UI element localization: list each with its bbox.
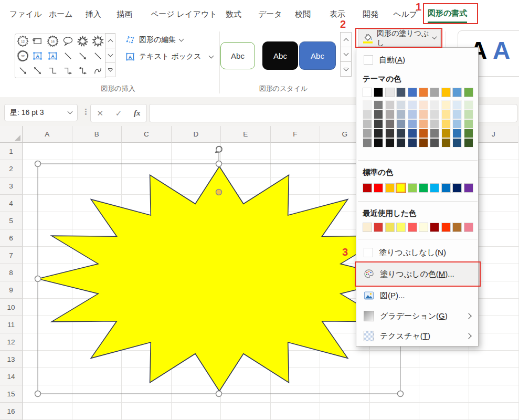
color-swatch[interactable] — [374, 183, 383, 193]
row-header-10[interactable]: 10 — [0, 299, 23, 316]
color-swatch[interactable] — [385, 183, 395, 193]
gallery-scroll-up-button[interactable] — [105, 33, 115, 48]
menu-item-automatic[interactable]: 自動(A) — [356, 51, 478, 69]
color-swatch[interactable] — [396, 88, 406, 97]
color-swatch[interactable] — [441, 183, 451, 193]
color-swatch[interactable] — [441, 223, 451, 232]
text-box-button[interactable]: A テキスト ボックス — [125, 51, 213, 62]
color-swatch[interactable] — [385, 110, 395, 119]
color-swatch[interactable] — [385, 138, 395, 148]
color-swatch[interactable] — [385, 119, 395, 129]
color-swatch[interactable] — [430, 100, 439, 110]
row-header-16[interactable]: 16 — [0, 403, 23, 420]
color-swatch[interactable] — [464, 223, 473, 232]
name-box[interactable]: 星: 16 pt 3 — [4, 104, 78, 121]
color-swatch[interactable] — [419, 129, 428, 138]
gallery-shape-explosion[interactable] — [76, 34, 91, 49]
row-header-11[interactable]: 11 — [0, 316, 23, 333]
color-swatch[interactable] — [374, 119, 383, 129]
color-swatch[interactable] — [452, 110, 462, 119]
gallery-shape-star-10-point[interactable] — [90, 34, 105, 49]
color-swatch[interactable] — [374, 138, 383, 148]
tab-shape-format[interactable]: 図形の書式 — [428, 5, 467, 23]
color-swatch[interactable] — [419, 119, 428, 129]
gallery-shape-curved-connector[interactable] — [90, 63, 105, 78]
color-swatch[interactable] — [396, 100, 406, 110]
color-swatch[interactable] — [441, 100, 451, 110]
color-swatch[interactable] — [419, 110, 428, 119]
color-swatch[interactable] — [363, 183, 372, 193]
color-swatch[interactable] — [408, 119, 417, 129]
menu-item-no-fill[interactable]: 塗りつぶしなし(N) — [356, 242, 478, 263]
gallery-shape-line-arrow[interactable] — [76, 49, 91, 64]
color-swatch[interactable] — [374, 88, 383, 97]
column-header-E[interactable]: E — [221, 126, 271, 143]
row-header-4[interactable]: 4 — [0, 195, 23, 212]
color-swatch[interactable] — [452, 138, 462, 148]
cancel-button[interactable]: ✕ — [97, 109, 103, 118]
tab-0[interactable]: ファイル — [9, 5, 41, 23]
color-swatch[interactable] — [441, 129, 451, 138]
color-swatch[interactable] — [464, 100, 473, 110]
color-swatch[interactable] — [430, 138, 439, 148]
color-swatch[interactable] — [374, 129, 383, 138]
color-swatch[interactable] — [430, 119, 439, 129]
color-swatch[interactable] — [430, 129, 439, 138]
color-swatch[interactable] — [452, 129, 462, 138]
gallery-shape-text-box[interactable]: A — [30, 49, 46, 64]
shape-fill-button[interactable]: 図形の塗りつぶし — [358, 29, 441, 47]
row-header-6[interactable]: 6 — [0, 229, 23, 247]
gallery-shape-line[interactable] — [60, 49, 76, 64]
formula-bar-drag-handle[interactable]: ⋮ — [82, 107, 90, 117]
color-swatch[interactable] — [452, 88, 462, 97]
column-header-A[interactable]: A — [23, 126, 72, 143]
gallery-shape-arrow[interactable] — [15, 63, 30, 78]
color-swatch[interactable] — [419, 100, 428, 110]
color-swatch[interactable] — [419, 183, 428, 193]
enter-button[interactable]: ✓ — [115, 109, 122, 118]
color-swatch[interactable] — [452, 223, 462, 232]
column-header-B[interactable]: B — [72, 126, 122, 143]
gallery-shape-horizontal-scroll[interactable] — [30, 34, 46, 49]
gallery-shape-star-32-point[interactable]: 32 — [15, 49, 30, 64]
select-all-corner[interactable] — [0, 126, 23, 143]
gallery-scroll-down-button[interactable] — [105, 48, 115, 63]
color-swatch[interactable] — [396, 223, 406, 232]
shape-style-preset-3[interactable]: Abc — [299, 41, 336, 70]
row-header-2[interactable]: 2 — [0, 160, 23, 177]
style-more-button[interactable] — [340, 61, 352, 77]
row-header-8[interactable]: 8 — [0, 264, 23, 281]
shape-style-preset-2[interactable]: Abc — [262, 41, 298, 70]
row-header-12[interactable]: 12 — [0, 333, 23, 351]
tab-6[interactable]: データ — [258, 5, 282, 23]
tab-9[interactable]: 開発 — [363, 5, 378, 23]
color-swatch[interactable] — [430, 88, 439, 97]
color-swatch[interactable] — [363, 100, 372, 110]
color-swatch[interactable] — [430, 223, 439, 232]
color-swatch[interactable] — [419, 223, 428, 232]
tab-3[interactable]: 描画 — [116, 5, 132, 23]
color-swatch[interactable] — [374, 223, 383, 232]
color-swatch[interactable] — [396, 129, 406, 138]
color-swatch[interactable] — [396, 110, 406, 119]
gallery-shape-line-thin[interactable] — [90, 49, 105, 64]
row-header-15[interactable]: 15 — [0, 385, 23, 403]
gallery-shape-oval-callout[interactable] — [60, 34, 76, 49]
color-swatch[interactable] — [419, 88, 428, 97]
row-header-5[interactable]: 5 — [0, 212, 23, 229]
color-swatch[interactable] — [363, 88, 372, 97]
tab-4[interactable]: ページ レイアウト — [151, 5, 217, 23]
color-swatch[interactable] — [430, 110, 439, 119]
color-swatch[interactable] — [408, 88, 417, 97]
row-header-3[interactable]: 3 — [0, 177, 23, 195]
menu-item-picture[interactable]: 図(P)... — [356, 285, 478, 306]
color-swatch[interactable] — [464, 183, 473, 193]
menu-item-texture[interactable]: テクスチャ(T) — [356, 326, 478, 346]
color-swatch[interactable] — [408, 223, 417, 232]
style-scroll-down-button[interactable] — [340, 47, 352, 62]
tab-5[interactable]: 数式 — [226, 5, 241, 23]
color-swatch[interactable] — [452, 100, 462, 110]
color-swatch[interactable] — [396, 183, 406, 193]
color-swatch[interactable] — [374, 100, 383, 110]
color-swatch[interactable] — [430, 183, 439, 193]
